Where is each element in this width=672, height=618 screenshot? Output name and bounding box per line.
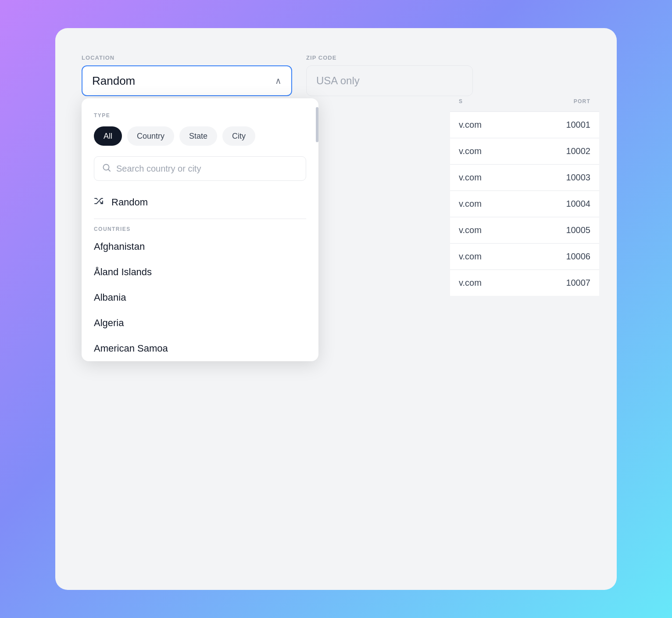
cell-port: 10002 [566, 146, 590, 156]
cell-s: v.com [459, 252, 482, 262]
dropdown-inner: TYPE All Country State City [82, 112, 318, 219]
cell-port: 10001 [566, 120, 590, 130]
country-item[interactable]: Algeria [94, 310, 306, 336]
table-row: v.com 10003 [450, 164, 599, 190]
cell-port: 10007 [566, 278, 590, 288]
zip-field-group: ZIP CODE USA only [306, 54, 473, 96]
pill-state[interactable]: State [179, 126, 217, 146]
zip-placeholder-text: USA only [316, 75, 360, 87]
scrollbar-track[interactable] [316, 98, 318, 361]
location-value: Random [92, 74, 135, 88]
table-body: v.com 10001 v.com 10002 v.com 10003 v.co… [450, 111, 599, 296]
shuffle-icon [94, 196, 104, 209]
divider [94, 219, 306, 219]
type-label: TYPE [94, 112, 306, 119]
pill-country[interactable]: Country [127, 126, 174, 146]
table-row: v.com 10006 [450, 243, 599, 269]
cell-s: v.com [459, 120, 482, 130]
pill-city[interactable]: City [222, 126, 255, 146]
table-row: v.com 10007 [450, 269, 599, 296]
type-pills: All Country State City [94, 126, 306, 146]
table-row: v.com 10004 [450, 190, 599, 217]
main-content: LOCATION Random ∧ ZIP CODE USA only S PO… [55, 28, 617, 96]
scrollbar-thumb [316, 107, 318, 142]
table-row: v.com 10002 [450, 138, 599, 164]
table-header: S PORT [450, 98, 599, 111]
cell-port: 10006 [566, 252, 590, 262]
pill-all[interactable]: All [94, 126, 122, 146]
cell-s: v.com [459, 172, 482, 183]
zip-input[interactable]: USA only [306, 65, 473, 96]
cell-port: 10004 [566, 199, 590, 209]
location-dropdown: TYPE All Country State City [82, 98, 318, 361]
table-row: v.com 10005 [450, 217, 599, 243]
cell-s: v.com [459, 146, 482, 156]
cell-port: 10003 [566, 172, 590, 183]
country-item[interactable]: Åland Islands [94, 259, 306, 285]
chevron-up-icon: ∧ [275, 75, 282, 86]
cell-s: v.com [459, 199, 482, 209]
cell-s: v.com [459, 278, 482, 288]
countries-section-label: COUNTRIES [82, 226, 318, 232]
zip-label: ZIP CODE [306, 54, 473, 61]
cell-s: v.com [459, 225, 482, 235]
top-row: LOCATION Random ∧ ZIP CODE USA only [82, 54, 590, 96]
table-area: S PORT v.com 10001 v.com 10002 v.com 100… [450, 98, 599, 296]
location-field-group: LOCATION Random ∧ [82, 54, 292, 96]
search-box[interactable]: Search country or city [94, 156, 306, 181]
country-list: Afghanistan Åland Islands Albania Algeri… [82, 234, 318, 361]
search-placeholder: Search country or city [116, 164, 201, 174]
location-select[interactable]: Random ∧ [82, 65, 292, 96]
table-row: v.com 10001 [450, 111, 599, 138]
main-card: LOCATION Random ∧ ZIP CODE USA only S PO… [55, 28, 617, 590]
svg-line-1 [108, 169, 110, 171]
col-port-header: PORT [574, 98, 590, 104]
cell-port: 10005 [566, 225, 590, 235]
country-item[interactable]: American Samoa [94, 336, 306, 361]
country-item[interactable]: Albania [94, 285, 306, 310]
search-icon [102, 163, 111, 174]
location-label: LOCATION [82, 54, 292, 61]
random-option[interactable]: Random [94, 190, 306, 215]
random-label: Random [111, 197, 148, 208]
col-s-header: S [459, 98, 463, 104]
country-item[interactable]: Afghanistan [94, 234, 306, 259]
